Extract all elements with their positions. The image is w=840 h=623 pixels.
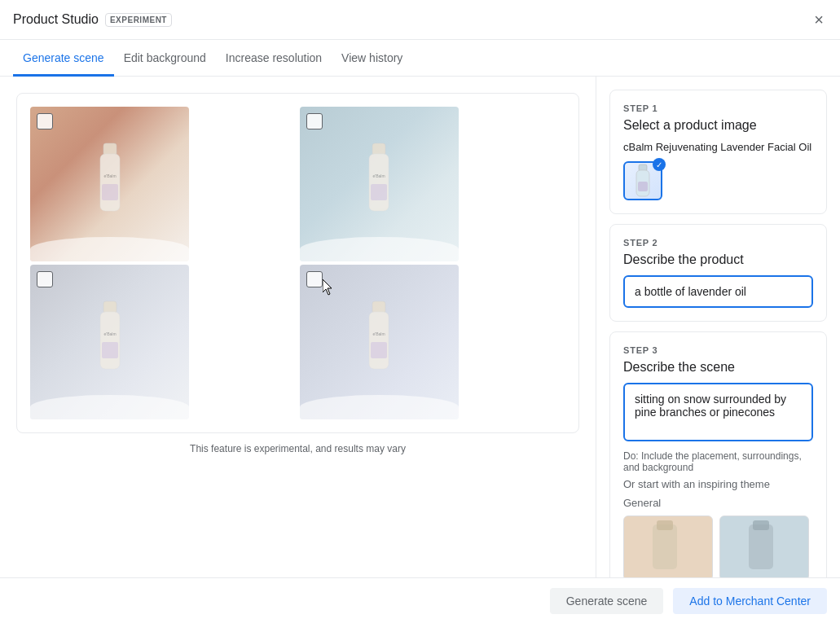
snow-overlay-2 xyxy=(300,237,459,261)
product-name: cBalm Rejuvenating Lavender Facial Oil xyxy=(623,141,813,153)
tab-generate-scene[interactable]: Generate scene xyxy=(13,40,114,77)
describe-scene-input[interactable]: sitting on snow surrounded by pine branc… xyxy=(623,383,813,441)
svg-rect-29 xyxy=(753,520,769,530)
image-grid-container: e'Balm e'Balm xyxy=(16,93,579,433)
svg-rect-0 xyxy=(40,116,50,126)
product-image-4[interactable]: e'Balm xyxy=(300,265,459,419)
experiment-badge: EXPERIMENT xyxy=(105,13,172,27)
general-label: General xyxy=(623,497,813,509)
bottle-svg-4: e'Balm xyxy=(354,297,403,387)
right-panel: STEP 1 Select a product image cBalm Reju… xyxy=(596,77,840,618)
add-to-merchant-button[interactable]: Add to Merchant Center xyxy=(673,588,827,614)
image-checkbox-1[interactable] xyxy=(37,113,53,129)
svg-marker-20 xyxy=(323,279,332,295)
tab-edit-background[interactable]: Edit background xyxy=(114,40,216,77)
product-bottle-thumb xyxy=(631,164,654,198)
theme-thumb-1[interactable] xyxy=(623,516,713,581)
svg-rect-26 xyxy=(657,520,673,530)
svg-rect-17 xyxy=(369,312,389,369)
svg-rect-25 xyxy=(653,524,677,569)
theme-thumb-2[interactable] xyxy=(719,516,809,581)
image-checkbox-3[interactable] xyxy=(37,271,53,287)
svg-rect-10 xyxy=(40,274,50,284)
step-2-label: STEP 2 xyxy=(623,238,813,248)
svg-text:e'Balm: e'Balm xyxy=(103,331,116,336)
describe-product-input[interactable] xyxy=(623,275,813,308)
image-checkbox-4[interactable] xyxy=(306,271,323,287)
header: Product Studio EXPERIMENT × xyxy=(0,0,840,40)
product-image-3[interactable]: e'Balm xyxy=(30,265,189,419)
image-grid: e'Balm e'Balm xyxy=(30,107,565,419)
app-title: Product Studio xyxy=(13,12,99,27)
svg-rect-15 xyxy=(310,274,319,284)
snow-overlay-1 xyxy=(30,237,189,261)
step-3-title: Describe the scene xyxy=(623,360,813,375)
bottle-svg-3: e'Balm xyxy=(86,297,134,387)
close-button[interactable]: × xyxy=(811,8,827,31)
product-thumb-checkmark: ✓ xyxy=(653,158,666,171)
svg-text:e'Balm: e'Balm xyxy=(372,331,385,336)
product-thumbnail[interactable]: ✓ xyxy=(623,161,662,200)
bottle-svg-1: e'Balm xyxy=(86,139,134,229)
theme-intro: Or start with an inspiring theme xyxy=(623,478,813,490)
step-2-card: STEP 2 Describe the product xyxy=(609,224,827,322)
theme-thumb-svg-1 xyxy=(624,516,713,581)
svg-rect-5 xyxy=(310,116,319,126)
bottom-bar: Generate scene Add to Merchant Center xyxy=(0,577,840,623)
svg-rect-2 xyxy=(100,154,120,211)
product-image-2[interactable]: e'Balm xyxy=(300,107,459,261)
cursor-icon xyxy=(323,279,337,300)
left-panel: e'Balm e'Balm xyxy=(0,77,596,618)
tab-increase-resolution[interactable]: Increase resolution xyxy=(216,40,332,77)
tab-view-history[interactable]: View history xyxy=(332,40,412,77)
disclaimer-text: This feature is experimental, and result… xyxy=(16,443,579,454)
main-content: e'Balm e'Balm xyxy=(0,77,840,618)
svg-rect-7 xyxy=(369,154,389,211)
step-1-card: STEP 1 Select a product image cBalm Reju… xyxy=(609,90,827,214)
bottle-svg-2: e'Balm xyxy=(354,139,403,229)
header-left: Product Studio EXPERIMENT xyxy=(13,12,172,27)
theme-thumbnails xyxy=(623,516,813,581)
tabs-bar: Generate scene Edit background Increase … xyxy=(0,40,840,77)
svg-rect-12 xyxy=(100,312,120,369)
svg-rect-28 xyxy=(749,524,773,569)
svg-rect-18 xyxy=(371,342,387,358)
product-image-1[interactable]: e'Balm xyxy=(30,107,189,261)
svg-rect-8 xyxy=(371,184,387,200)
step-2-title: Describe the product xyxy=(623,252,813,267)
image-checkbox-2[interactable] xyxy=(306,113,323,129)
theme-thumb-svg-2 xyxy=(720,516,809,581)
generate-scene-button[interactable]: Generate scene xyxy=(550,588,664,614)
svg-text:e'Balm: e'Balm xyxy=(372,173,385,178)
step-1-title: Select a product image xyxy=(623,118,813,133)
svg-rect-3 xyxy=(102,184,118,200)
step-3-label: STEP 3 xyxy=(623,345,813,355)
scene-hint: Do: Include the placement, surroundings,… xyxy=(623,450,813,473)
svg-rect-23 xyxy=(638,182,648,191)
svg-rect-13 xyxy=(102,342,118,358)
snow-overlay-4 xyxy=(300,395,459,419)
step-3-card: STEP 3 Describe the scene sitting on sno… xyxy=(609,331,827,594)
step-1-label: STEP 1 xyxy=(623,103,813,113)
snow-overlay-3 xyxy=(30,395,189,419)
svg-text:e'Balm: e'Balm xyxy=(103,173,116,178)
